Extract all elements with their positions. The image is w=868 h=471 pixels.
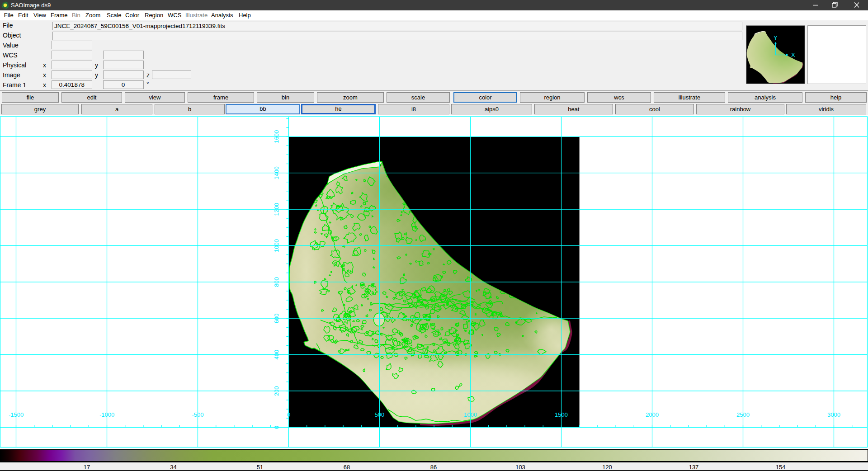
svg-text:-1500: -1500 <box>9 411 24 418</box>
svg-text:800: 800 <box>273 277 280 287</box>
svg-text:1600: 1600 <box>273 130 280 143</box>
svg-text:0: 0 <box>287 411 290 418</box>
svg-text:1400: 1400 <box>273 166 280 179</box>
svg-text:Y: Y <box>774 34 778 41</box>
svg-text:0: 0 <box>273 426 280 429</box>
svg-text:2500: 2500 <box>736 411 750 418</box>
svg-text:500: 500 <box>375 411 385 418</box>
svg-text:1500: 1500 <box>555 411 568 418</box>
svg-text:600: 600 <box>273 313 280 323</box>
svg-text:2000: 2000 <box>646 411 659 418</box>
svg-text:3000: 3000 <box>827 411 840 418</box>
svg-text:400: 400 <box>273 350 280 360</box>
svg-text:200: 200 <box>273 386 280 396</box>
svg-text:-500: -500 <box>192 411 203 418</box>
svg-text:-1000: -1000 <box>99 411 114 418</box>
svg-text:1200: 1200 <box>273 203 280 216</box>
svg-text:X: X <box>791 52 795 58</box>
svg-text:1000: 1000 <box>273 239 280 252</box>
svg-text:1000: 1000 <box>464 411 477 418</box>
